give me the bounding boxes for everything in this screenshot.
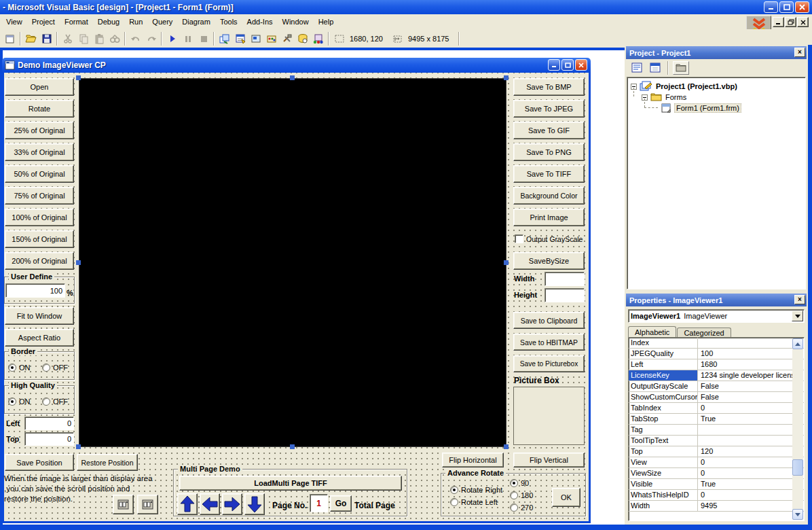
menu-addins[interactable]: Add-Ins — [242, 16, 278, 28]
menu-diagram[interactable]: Diagram — [177, 16, 215, 28]
properties-window-button[interactable] — [232, 31, 248, 46]
tree-item-project[interactable]: Project1 (Project1.vbp) — [631, 81, 737, 92]
maximize-button[interactable] — [779, 1, 794, 13]
rotate-left-radio[interactable]: Rotate Left — [450, 498, 498, 506]
user-define-input[interactable]: 100 — [5, 283, 65, 298]
project-panel-close-button[interactable]: × — [794, 48, 805, 57]
page-no-input[interactable]: 1 — [310, 494, 328, 512]
stop-button[interactable] — [196, 31, 211, 46]
property-row-selected[interactable]: LicenseKey1234 single developer license — [629, 370, 804, 381]
width-field-input[interactable] — [545, 272, 585, 286]
find-button[interactable] — [107, 31, 122, 46]
quality-off-radio[interactable]: OFF — [42, 398, 68, 406]
selection-handle[interactable] — [290, 444, 295, 449]
add-form-button[interactable] — [2, 31, 18, 46]
property-row[interactable]: ToolTipText — [629, 436, 804, 446]
property-row[interactable]: Index — [629, 338, 804, 349]
zoom-25-button[interactable]: 25% of Original — [5, 122, 74, 139]
angle-270-radio[interactable]: 270 — [510, 504, 533, 512]
selection-handle[interactable] — [76, 260, 81, 265]
zoom-75-button[interactable]: 75% of Original — [5, 187, 74, 205]
open-project-button[interactable] — [23, 31, 39, 46]
flip-vertical-button[interactable]: Flip Vertical — [513, 453, 585, 467]
background-color-button[interactable]: Background Color — [513, 187, 585, 205]
border-on-radio[interactable]: ON — [8, 364, 31, 372]
scroll-down-button[interactable] — [792, 509, 803, 520]
angle-180-radio[interactable]: 180 — [510, 491, 533, 499]
menu-format[interactable]: Format — [60, 16, 93, 28]
tab-alphabetic[interactable]: Alphabetic — [628, 326, 676, 338]
form-maximize-button[interactable] — [561, 59, 574, 71]
property-row[interactable]: TabStopTrue — [629, 414, 804, 425]
zoom-100-button[interactable]: 100% of Original — [5, 209, 74, 226]
left-field-input[interactable]: 0 — [24, 417, 74, 430]
form-close-button[interactable] — [575, 59, 587, 71]
menu-tools[interactable]: Tools — [215, 16, 242, 28]
previous-page-button[interactable] — [200, 493, 220, 515]
menu-window[interactable]: Window — [278, 16, 314, 28]
menu-help[interactable]: Help — [314, 16, 339, 28]
rotate-ok-button[interactable]: OK — [552, 488, 580, 507]
redo-button[interactable] — [143, 31, 159, 46]
save-to-bmp-button[interactable]: Save To BMP — [513, 78, 585, 96]
project-explorer-button[interactable] — [217, 31, 232, 46]
save-to-gif-button[interactable]: Save To GIF — [513, 122, 585, 139]
selection-handle[interactable] — [76, 75, 81, 80]
aspect-ratio-button[interactable]: Aspect Ratio — [5, 329, 74, 347]
mdi-close-button[interactable] — [797, 17, 809, 27]
quality-on-radio[interactable]: ON — [8, 398, 31, 406]
tree-item-form1[interactable]: Form1 (Form1.frm) — [661, 103, 741, 113]
object-selector-combo[interactable]: ImageViewer1 ImageViewer — [628, 309, 805, 323]
menu-query[interactable]: Query — [147, 16, 177, 28]
height-field-input[interactable] — [545, 288, 585, 302]
selection-handle[interactable] — [504, 75, 509, 80]
close-button[interactable] — [795, 1, 809, 13]
save-to-picturebox-button[interactable]: Save to Picturebox — [513, 355, 585, 372]
view-code-button[interactable] — [629, 61, 645, 75]
menu-project[interactable]: Project — [27, 16, 60, 28]
run-button[interactable] — [164, 31, 180, 46]
minimize-button[interactable] — [764, 1, 778, 13]
property-row[interactable]: VisibleTrue — [629, 479, 804, 490]
scroll-up-button[interactable] — [792, 338, 803, 349]
project-panel-header[interactable]: Project - Project1 × — [626, 46, 807, 59]
savebysize-button[interactable]: SaveBySize — [513, 252, 585, 270]
save-to-hbitmap-button[interactable]: Save to HBITMAP — [513, 334, 585, 351]
flip-horizontal-button[interactable]: Flip Horizontal — [442, 453, 504, 467]
form-layout-button[interactable] — [248, 31, 263, 46]
properties-panel-header[interactable]: Properties - ImageViewer1 × — [626, 294, 807, 306]
save-scroll-icon-button[interactable] — [113, 495, 134, 514]
angle-90-radio[interactable]: 90 — [510, 479, 529, 487]
first-page-button[interactable] — [177, 493, 198, 515]
save-position-button[interactable]: Save Position — [5, 454, 74, 471]
properties-panel-close-button[interactable]: × — [794, 295, 805, 304]
selection-handle[interactable] — [76, 444, 81, 449]
mdi-restore-button[interactable] — [785, 17, 796, 27]
image-viewer-control[interactable] — [79, 78, 506, 447]
property-row[interactable]: Top120 — [629, 446, 804, 457]
property-row[interactable]: JPEGQuality100 — [629, 349, 804, 359]
zoom-33-button[interactable]: 33% of Original — [5, 143, 74, 161]
property-row[interactable]: ShowCustomCursorFalse — [629, 392, 804, 403]
rotate-button[interactable]: Rotate — [5, 100, 74, 118]
undo-button[interactable] — [128, 31, 143, 46]
open-button[interactable]: Open — [5, 78, 74, 96]
property-grid-scrollbar[interactable] — [792, 338, 803, 520]
last-page-button[interactable] — [244, 493, 265, 515]
selection-handle[interactable] — [504, 444, 509, 449]
menu-view[interactable]: View — [1, 16, 27, 28]
property-row[interactable]: View0 — [629, 457, 804, 468]
form-titlebar[interactable]: Demo ImageViewer CP — [2, 58, 591, 73]
form-minimize-button[interactable] — [548, 59, 560, 71]
property-row[interactable]: ViewSize0 — [629, 468, 804, 479]
property-row[interactable]: Tag — [629, 425, 804, 436]
zoom-200-button[interactable]: 200% of Original — [5, 252, 74, 270]
menu-run[interactable]: Run — [124, 16, 147, 28]
tab-categorized[interactable]: Categorized — [677, 328, 731, 338]
go-button[interactable]: Go — [330, 495, 352, 512]
zoom-50-button[interactable]: 50% of Original — [5, 165, 74, 183]
save-to-jpeg-button[interactable]: Save To JPEG — [513, 100, 585, 118]
object-browser-button[interactable] — [263, 31, 279, 46]
print-image-button[interactable]: Print Image — [513, 209, 585, 226]
rotate-right-radio[interactable]: Rotate Right — [450, 486, 502, 494]
